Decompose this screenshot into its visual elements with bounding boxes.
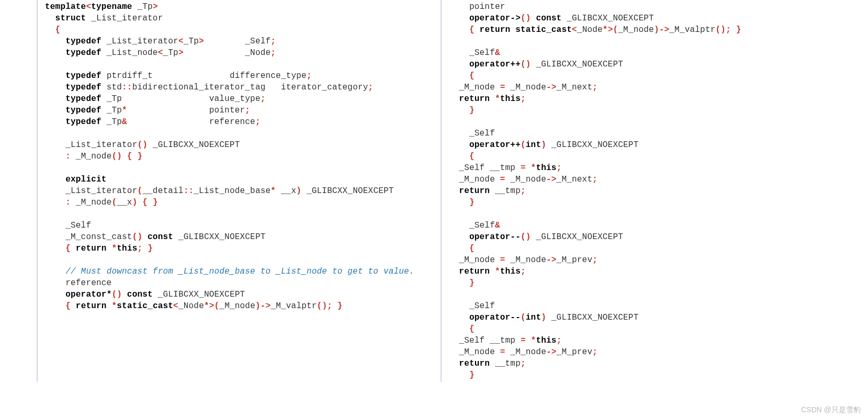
code-token: return — [480, 25, 511, 35]
code-token: () — [521, 14, 531, 23]
code-token: _Tp value_type — [102, 94, 261, 104]
code-token: explicit — [65, 175, 106, 184]
code-token: } — [736, 25, 741, 35]
code-token: _List_iterator — [45, 140, 137, 150]
code-token: { — [469, 25, 475, 35]
code-token: > — [178, 48, 184, 58]
code-token: & — [495, 48, 500, 58]
code-token: return — [459, 94, 490, 104]
code-token: * — [111, 244, 117, 253]
code-token: )-> — [255, 301, 270, 311]
code-token: { — [65, 301, 71, 311]
code-token: ) — [541, 140, 546, 150]
code-token: _Tp — [102, 106, 122, 115]
code-token: : — [65, 152, 71, 161]
code-token: () — [132, 232, 143, 242]
code-token — [142, 232, 148, 242]
code-token — [531, 14, 536, 23]
code-token: _List_iterator — [86, 14, 163, 23]
code-token: : — [65, 198, 71, 207]
code-token — [45, 48, 65, 58]
code-token — [449, 140, 469, 150]
code-token — [45, 94, 65, 104]
code-token — [449, 94, 459, 104]
code-token — [731, 25, 736, 35]
code-token: * — [495, 94, 500, 104]
code-token: () — [521, 232, 531, 242]
code-token: _GLIBCXX_NOEXCEPT — [546, 313, 638, 322]
code-token: -> — [546, 83, 557, 92]
code-token — [45, 37, 65, 46]
code-token: & — [495, 221, 500, 230]
code-token — [449, 60, 469, 69]
code-token: (); — [317, 301, 332, 311]
code-token: ; — [557, 336, 562, 345]
code-token: return — [76, 301, 107, 311]
code-token: _M_prev — [557, 255, 593, 265]
code-token: _GLIBCXX_NOEXCEPT — [531, 232, 623, 242]
code-token: * — [531, 163, 536, 173]
code-token: _Tp — [184, 37, 199, 46]
code-token: ; — [307, 71, 312, 81]
code-token: ; — [592, 175, 598, 184]
code-token: _M_next — [557, 175, 593, 184]
code-token: typedef — [65, 106, 102, 115]
code-token — [449, 117, 454, 127]
code-token: = — [500, 83, 505, 92]
code-token — [45, 117, 65, 127]
code-token — [449, 186, 459, 196]
code-token: _M_node — [505, 83, 546, 92]
code-token: } — [469, 198, 475, 207]
code-token — [45, 267, 65, 276]
code-token: _M_node — [505, 347, 546, 357]
code-token — [71, 301, 76, 311]
code-token — [45, 175, 65, 184]
code-token — [490, 94, 495, 104]
code-token — [122, 290, 127, 299]
code-token: _M_valptr — [270, 301, 317, 311]
code-token — [449, 106, 469, 115]
code-token: { — [469, 244, 475, 253]
code-token — [45, 198, 65, 207]
code-token — [449, 278, 469, 288]
code-token: _M_node — [449, 255, 500, 265]
code-token: = — [521, 336, 526, 345]
code-token — [510, 25, 515, 35]
code-token: const — [148, 232, 173, 242]
code-token: ( — [521, 140, 526, 150]
code-token: typedef — [65, 117, 102, 127]
code-token — [475, 25, 480, 35]
code-token: > — [199, 37, 204, 46]
code-token: < — [158, 48, 163, 58]
code-token: _Node — [577, 25, 603, 35]
code-token: _M_node — [449, 347, 500, 357]
code-token: ; — [521, 267, 526, 276]
code-token: operator* — [65, 290, 111, 299]
code-token: ; — [557, 163, 562, 173]
code-token: this — [536, 163, 556, 173]
code-token: _Tp — [163, 48, 178, 58]
code-token: ; — [521, 359, 526, 368]
code-token: _M_next — [557, 83, 593, 92]
code-token: _GLIBCXX_NOEXCEPT — [148, 140, 240, 150]
code-token — [449, 267, 459, 276]
code-token — [526, 163, 531, 173]
code-token: static_cast — [117, 301, 173, 311]
code-token: _Self — [45, 221, 91, 230]
code-token: return — [459, 267, 490, 276]
code-token: _M_node — [71, 152, 111, 161]
code-token — [449, 37, 454, 46]
code-token — [45, 209, 50, 219]
code-token: ( — [111, 198, 117, 207]
code-token: typedef — [65, 37, 102, 46]
code-token: _GLIBCXX_NOEXCEPT — [173, 232, 265, 242]
code-token: _GLIBCXX_NOEXCEPT — [531, 60, 623, 69]
code-token: -> — [546, 347, 557, 357]
code-token: } — [337, 301, 343, 311]
code-token: { — [469, 324, 475, 334]
code-token: reference — [127, 117, 255, 127]
code-token: () — [137, 140, 148, 150]
code-token: * — [204, 301, 209, 311]
code-token: (); — [716, 25, 731, 35]
code-token: struct — [55, 14, 86, 23]
